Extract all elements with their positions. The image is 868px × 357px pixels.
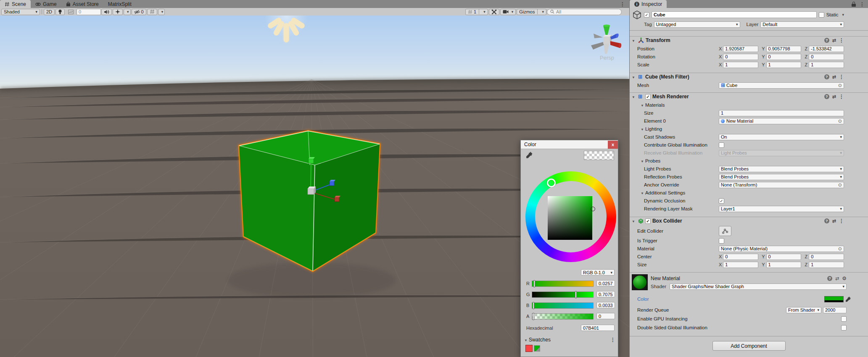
- scene-camera-button[interactable]: ▾: [500, 9, 516, 15]
- gizmo-center-cube[interactable]: [603, 37, 610, 44]
- scene-exposure-field[interactable]: 0: [77, 9, 101, 15]
- element0-object-field[interactable]: New Material: [719, 118, 844, 124]
- tab-asset-store[interactable]: Asset Store: [61, 0, 103, 8]
- materials-foldout[interactable]: Materials: [630, 102, 844, 108]
- scene-lighting-button[interactable]: [55, 9, 65, 15]
- component-menu-icon[interactable]: ⋮: [839, 37, 844, 43]
- transform-header[interactable]: Transform ? ⇄ ⋮: [630, 36, 868, 44]
- color-window-titlebar[interactable]: Color x: [521, 140, 618, 149]
- g-slider-handle[interactable]: [575, 291, 577, 298]
- material-preview-sphere[interactable]: [632, 274, 648, 290]
- tab-scene[interactable]: Scene: [0, 0, 31, 8]
- scene-grid-visibility-button[interactable]: [147, 9, 157, 15]
- help-icon[interactable]: ?: [824, 74, 829, 79]
- presets-icon[interactable]: ⇄: [832, 218, 836, 224]
- center-z-field[interactable]: 0: [809, 254, 844, 260]
- box-collider-header[interactable]: ✓ Box Collider ? ⇄ ⋮: [630, 217, 868, 225]
- tool-settings-button[interactable]: [489, 9, 499, 15]
- box-collider-enabled-checkbox[interactable]: ✓: [645, 218, 651, 224]
- cast-shadows-dropdown[interactable]: On: [719, 134, 844, 140]
- scene-audio-button[interactable]: [101, 9, 112, 15]
- g-value-field[interactable]: 0.7075: [596, 291, 615, 297]
- render-queue-value-field[interactable]: 2000: [823, 307, 847, 313]
- scale-y-field[interactable]: 1: [766, 62, 802, 68]
- grid-visibility-dropdown[interactable]: ▾: [158, 9, 165, 15]
- edit-collider-button[interactable]: [719, 226, 731, 236]
- b-slider-handle[interactable]: [533, 302, 534, 309]
- tab-inspector[interactable]: i Inspector: [630, 0, 667, 8]
- projection-toggle[interactable]: Persp: [594, 55, 620, 61]
- probes-foldout[interactable]: Probes: [630, 158, 844, 164]
- lighting-foldout[interactable]: Lighting: [630, 126, 844, 132]
- snap-increment-button[interactable]: 1 ▾: [465, 9, 488, 15]
- rendering-layer-mask-dropdown[interactable]: Layer1: [719, 206, 844, 212]
- a-slider-handle[interactable]: [533, 313, 534, 320]
- contribute-gi-checkbox[interactable]: [719, 142, 724, 148]
- eyedropper-icon[interactable]: [526, 151, 533, 158]
- add-component-button[interactable]: Add Component: [712, 341, 786, 351]
- size-z-field[interactable]: 1: [809, 262, 844, 268]
- help-icon[interactable]: ?: [824, 94, 829, 99]
- help-icon[interactable]: ?: [824, 218, 829, 223]
- inspector-menu-icon[interactable]: ⋮: [860, 1, 865, 7]
- reflection-probes-dropdown[interactable]: Blend Probes: [719, 174, 844, 180]
- r-value-field[interactable]: 0.0257: [596, 280, 615, 286]
- gameobject-cube-icon[interactable]: [632, 10, 642, 20]
- tab-game[interactable]: Game: [31, 0, 61, 8]
- b-value-field[interactable]: 0.0033: [596, 302, 615, 308]
- mesh-renderer-enabled-checkbox[interactable]: ✓: [645, 94, 651, 100]
- hue-cursor[interactable]: [547, 178, 556, 187]
- static-checkbox[interactable]: [819, 12, 824, 18]
- is-trigger-checkbox[interactable]: [719, 238, 724, 244]
- component-menu-icon[interactable]: ⋮: [839, 74, 844, 80]
- 2d-toggle-button[interactable]: 2D: [44, 9, 55, 15]
- scene-search-input[interactable]: All: [547, 9, 622, 15]
- lock-icon[interactable]: [852, 2, 856, 7]
- g-slider[interactable]: [532, 291, 594, 298]
- presets-icon[interactable]: ⇄: [832, 38, 836, 43]
- center-y-field[interactable]: 0: [766, 254, 802, 260]
- eyedropper-icon[interactable]: [845, 296, 851, 302]
- active-checkbox[interactable]: ✓: [644, 12, 649, 18]
- position-z-field[interactable]: -1.533842: [809, 46, 844, 52]
- double-sided-gi-checkbox[interactable]: [841, 325, 847, 331]
- rotation-z-field[interactable]: 0: [809, 54, 844, 60]
- saturation-value-box[interactable]: [548, 196, 592, 240]
- static-dropdown-icon[interactable]: ▾: [840, 13, 844, 17]
- size-x-field[interactable]: 1: [723, 262, 758, 268]
- shading-mode-dropdown[interactable]: Shaded: [1, 9, 40, 15]
- presets-icon[interactable]: ⇄: [832, 94, 836, 100]
- light-probes-dropdown[interactable]: Blend Probes: [719, 166, 844, 172]
- additional-settings-foldout[interactable]: Additional Settings: [630, 189, 844, 196]
- physic-material-field[interactable]: None (Physic Material): [719, 246, 844, 252]
- r-slider[interactable]: [532, 281, 594, 287]
- center-x-field[interactable]: 0: [723, 254, 758, 260]
- close-button[interactable]: x: [608, 141, 618, 149]
- gpu-instancing-checkbox[interactable]: [841, 316, 847, 322]
- scene-visibility-button[interactable]: 0: [132, 9, 146, 15]
- position-y-field[interactable]: 0.9057798: [766, 46, 802, 52]
- layer-dropdown[interactable]: Default: [760, 21, 844, 28]
- tag-dropdown[interactable]: Untagged: [654, 21, 740, 28]
- component-menu-icon[interactable]: ⋮: [839, 94, 844, 100]
- saturation-value-cursor[interactable]: [591, 207, 595, 211]
- mesh-renderer-header[interactable]: ⊞ ✓ Mesh Renderer ? ⇄ ⋮: [630, 92, 868, 100]
- tab-matrixsplit[interactable]: MatrixSplit: [103, 0, 136, 8]
- scene-effects-dropdown[interactable]: ▾: [124, 9, 131, 15]
- hex-field[interactable]: 07B401: [581, 325, 615, 331]
- materials-size-field[interactable]: 1: [719, 110, 844, 116]
- rotation-y-field[interactable]: 0: [766, 54, 802, 60]
- rotation-x-field[interactable]: 0: [723, 54, 758, 60]
- b-slider[interactable]: [532, 302, 594, 309]
- anchor-override-field[interactable]: None (Transform): [719, 182, 844, 188]
- a-slider[interactable]: [532, 313, 594, 320]
- swatch-add-current[interactable]: [534, 345, 540, 352]
- scale-z-field[interactable]: 1: [809, 62, 844, 68]
- dynamic-occlusion-checkbox[interactable]: ✓: [719, 198, 724, 204]
- material-color-swatch[interactable]: [824, 296, 844, 302]
- presets-icon[interactable]: ⇄: [832, 74, 836, 80]
- gizmos-dropdown[interactable]: Gizmos ▾: [517, 9, 546, 15]
- presets-icon[interactable]: ⇄: [835, 276, 839, 281]
- component-menu-icon[interactable]: ⋮: [839, 218, 844, 224]
- scene-pane-menu-icon[interactable]: ⋮: [620, 1, 625, 7]
